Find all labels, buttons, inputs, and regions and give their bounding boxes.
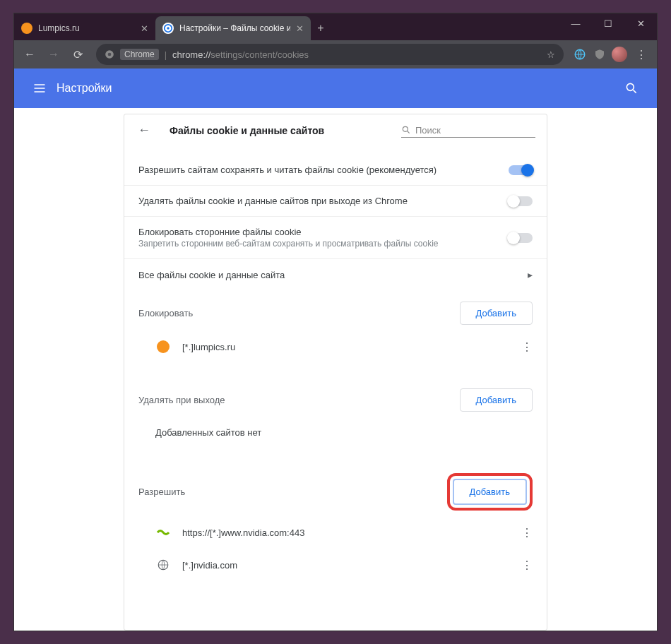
address-bar[interactable]: Chrome | chrome://settings/content/cooki… xyxy=(96,44,564,65)
chevron-right-icon: ▸ xyxy=(528,269,533,280)
row-label: Блокировать сторонние файлы cookie Запре… xyxy=(138,227,509,249)
svg-point-6 xyxy=(403,126,408,131)
settings-page: ← Файлы cookie и данные сайтов Поиск Раз… xyxy=(14,108,657,631)
appbar-search-button[interactable] xyxy=(617,81,646,95)
favicon-lumpics xyxy=(21,23,32,34)
row-allow-cookies[interactable]: Разрешить сайтам сохранять и читать файл… xyxy=(124,155,547,185)
tab-settings[interactable]: Настройки – Файлы cookie и да ✕ xyxy=(155,16,311,40)
svg-point-3 xyxy=(108,53,112,56)
row-label: Все файлы cookie и данные сайта xyxy=(138,270,528,280)
site-label: [*.]nvidia.com xyxy=(182,560,237,571)
cookies-card: ← Файлы cookie и данные сайтов Поиск Раз… xyxy=(124,114,547,631)
profile-avatar[interactable] xyxy=(610,45,629,64)
add-block-button[interactable]: Добавить xyxy=(460,302,533,325)
site-favicon-icon xyxy=(155,339,171,354)
site-favicon-icon xyxy=(155,525,171,540)
chrome-icon xyxy=(105,49,114,59)
row-all-site-data[interactable]: Все файлы cookie и данные сайта ▸ xyxy=(124,258,547,290)
svg-point-1 xyxy=(167,27,170,30)
section-allow-header: Разрешить Добавить xyxy=(124,462,547,516)
reload-button[interactable]: ⟳ xyxy=(66,43,89,66)
favicon-settings xyxy=(162,23,174,34)
appbar-title: Настройки xyxy=(57,82,112,95)
card-title: Файлы cookie и данные сайтов xyxy=(170,125,324,136)
back-button[interactable]: ← xyxy=(18,43,41,66)
row-clear-on-exit[interactable]: Удалять файлы cookie и данные сайтов при… xyxy=(124,185,547,216)
tab-lumpics[interactable]: Lumpics.ru ✕ xyxy=(14,16,155,40)
add-allow-button[interactable]: Добавить xyxy=(453,479,527,505)
row-block-third-party[interactable]: Блокировать сторонние файлы cookie Запре… xyxy=(124,216,547,258)
tab-strip: Lumpics.ru ✕ Настройки – Файлы cookie и … xyxy=(14,16,331,40)
globe-icon xyxy=(155,557,171,573)
site-label: https://[*.]www.nvidia.com:443 xyxy=(182,527,304,538)
back-arrow-icon[interactable]: ← xyxy=(136,123,153,138)
maximize-button[interactable]: ☐ xyxy=(592,13,624,33)
close-icon[interactable]: ✕ xyxy=(141,23,148,34)
bookmark-icon[interactable]: ☆ xyxy=(547,49,555,60)
search-placeholder: Поиск xyxy=(415,125,441,136)
toggle-clear-on-exit[interactable] xyxy=(509,196,533,206)
titlebar: Lumpics.ru ✕ Настройки – Файлы cookie и … xyxy=(14,13,657,40)
tab-title: Настройки – Файлы cookie и да xyxy=(179,23,290,33)
row-sublabel: Запретить сторонним веб-сайтам сохранять… xyxy=(138,239,509,249)
svg-point-5 xyxy=(627,83,634,90)
more-icon[interactable]: ⋮ xyxy=(521,559,533,572)
chrome-chip: Chrome xyxy=(120,49,159,60)
toggle-allow-cookies[interactable] xyxy=(509,165,533,175)
section-title: Блокировать xyxy=(138,308,193,318)
settings-appbar: Настройки xyxy=(14,68,657,108)
content-area: Настройки ← Файлы cookie и данные сайтов… xyxy=(14,68,657,631)
tab-title: Lumpics.ru xyxy=(38,23,135,33)
section-block-header: Блокировать Добавить xyxy=(124,290,547,330)
hamburger-icon[interactable] xyxy=(25,81,54,95)
card-search-input[interactable]: Поиск xyxy=(401,124,535,138)
site-row-nvidia[interactable]: [*.]nvidia.com ⋮ xyxy=(124,549,547,581)
empty-clear-text: Добавленных сайтов нет xyxy=(124,417,547,448)
row-label: Разрешить сайтам сохранять и читать файл… xyxy=(138,165,509,175)
section-title: Удалять при выходе xyxy=(138,395,225,405)
close-window-button[interactable]: ✕ xyxy=(624,13,657,33)
new-tab-button[interactable]: + xyxy=(311,16,331,40)
minimize-button[interactable]: — xyxy=(559,13,592,33)
forward-button[interactable]: → xyxy=(42,43,65,66)
highlight-annotation: Добавить xyxy=(447,473,533,511)
browser-window: Lumpics.ru ✕ Настройки – Файлы cookie и … xyxy=(13,13,658,631)
menu-button[interactable]: ⋮ xyxy=(630,43,653,66)
card-header: ← Файлы cookie и данные сайтов Поиск xyxy=(124,114,547,146)
url-host: chrome://settings/content/cookies xyxy=(172,49,309,60)
toolbar: ← → ⟳ Chrome | chrome://settings/content… xyxy=(14,40,657,68)
section-clear-header: Удалять при выходе Добавить xyxy=(124,377,547,417)
add-clear-button[interactable]: Добавить xyxy=(460,388,533,412)
row-label: Удалять файлы cookie и данные сайтов при… xyxy=(138,196,509,206)
close-icon[interactable]: ✕ xyxy=(296,23,304,34)
toggle-block-third[interactable] xyxy=(509,233,533,243)
site-row-nvidia-443[interactable]: https://[*.]www.nvidia.com:443 ⋮ xyxy=(124,516,547,549)
window-controls: — ☐ ✕ xyxy=(559,13,657,33)
extension-shield-icon[interactable] xyxy=(590,45,609,64)
site-label: [*.]lumpics.ru xyxy=(182,342,235,352)
more-icon[interactable]: ⋮ xyxy=(521,340,533,354)
extension-globe-icon[interactable] xyxy=(571,45,589,64)
site-row-lumpics[interactable]: [*.]lumpics.ru ⋮ xyxy=(124,330,547,363)
section-title: Разрешить xyxy=(138,487,185,497)
more-icon[interactable]: ⋮ xyxy=(521,526,533,539)
